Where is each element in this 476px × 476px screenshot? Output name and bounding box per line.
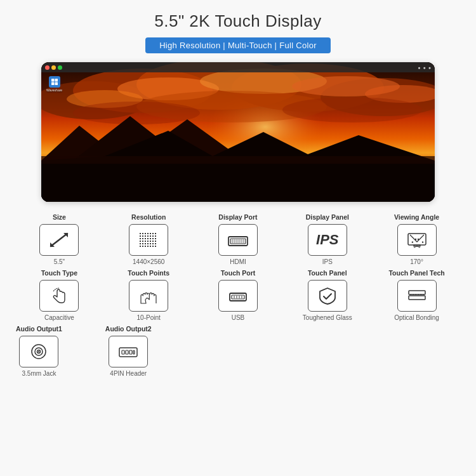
svg-rect-40: [147, 235, 149, 237]
svg-rect-65: [140, 246, 141, 247]
svg-rect-41: [150, 235, 151, 237]
spec-resolution-label: Resolution: [131, 213, 166, 221]
svg-rect-57: [155, 241, 156, 242]
spec-touch-points: Touch Points 10-Point: [105, 269, 192, 321]
spec-viewing-angle-value: 170°: [410, 258, 423, 265]
svg-rect-105: [129, 350, 132, 354]
svg-rect-43: [155, 235, 156, 237]
spec-touch-panel: Touch Panel Toughened Glass: [284, 269, 371, 321]
svg-rect-69: [150, 246, 151, 247]
icon-label: Waveshare: [46, 88, 62, 92]
svg-rect-82: [414, 245, 420, 246]
spec-resolution: Resolution: [105, 213, 192, 265]
spec-touch-port-icon-box: [218, 280, 258, 312]
spec-display-port-icon-box: [218, 224, 258, 256]
svg-rect-24: [55, 79, 58, 82]
svg-rect-38: [142, 235, 143, 237]
spec-audio-out2: Audio Output2 4PIN Header: [105, 325, 152, 377]
svg-rect-26: [55, 83, 58, 86]
svg-text:►: ►: [421, 240, 425, 244]
svg-rect-56: [152, 241, 154, 242]
svg-rect-46: [145, 238, 146, 239]
svg-rect-67: [145, 246, 146, 247]
svg-rect-68: [147, 246, 149, 247]
feature-badge: High Resolution | Multi-Touch | Full Col…: [145, 37, 331, 53]
specs-row-1: Size 5.5" Resolution: [16, 213, 460, 265]
svg-rect-61: [147, 243, 149, 244]
spec-audio-out1-icon-box: [19, 336, 58, 367]
svg-rect-90: [232, 295, 244, 299]
spec-touch-type-value: Capacitive: [44, 314, 74, 321]
spec-display-panel-icon-box: IPS: [308, 224, 347, 256]
spec-touch-type-label: Touch Type: [41, 269, 77, 277]
svg-rect-32: [145, 233, 146, 234]
svg-rect-52: [142, 241, 143, 242]
spec-audio-out2-icon-box: [109, 336, 148, 367]
svg-rect-44: [140, 238, 141, 239]
svg-text:◄: ◄: [411, 240, 414, 244]
spec-touch-panel-tech-value: Optical Bonding: [394, 314, 439, 321]
spec-display-panel: Display Panel IPS IPS: [284, 213, 371, 265]
svg-point-101: [38, 351, 39, 352]
specs-row-3: Audio Output1 3.5mm Jack Audio Output2: [16, 325, 460, 377]
spec-audio-out2-label: Audio Output2: [105, 325, 152, 333]
svg-rect-103: [122, 350, 124, 354]
svg-rect-36: [155, 233, 156, 234]
svg-rect-53: [145, 241, 146, 242]
display-image: ●●● Waveshare: [41, 62, 435, 202]
svg-rect-51: [140, 241, 141, 242]
svg-rect-66: [142, 246, 143, 247]
spec-touch-port: Touch Port USB: [195, 269, 282, 321]
svg-rect-50: [155, 238, 156, 239]
mac-minimize-dot: [51, 65, 56, 70]
svg-rect-35: [152, 233, 154, 234]
svg-rect-62: [150, 243, 151, 244]
svg-rect-96: [409, 296, 425, 300]
spec-touch-panel-value: Toughened Glass: [303, 314, 352, 321]
svg-rect-89: [230, 293, 246, 301]
svg-point-13: [73, 102, 200, 124]
spec-touch-panel-tech: Touch Panel Tech Optical Bonding: [373, 269, 460, 321]
spec-audio-out1-label: Audio Output1: [16, 325, 62, 333]
spec-resolution-value: 1440×2560: [133, 258, 164, 265]
svg-rect-58: [140, 243, 141, 244]
svg-rect-23: [51, 79, 55, 82]
spec-size-label: Size: [53, 213, 66, 221]
svg-rect-64: [155, 243, 156, 244]
svg-rect-37: [140, 235, 141, 237]
mac-fullscreen-dot: [58, 65, 62, 70]
svg-rect-42: [152, 235, 154, 237]
svg-rect-106: [133, 350, 135, 354]
spec-display-panel-label: Display Panel: [306, 213, 349, 221]
svg-rect-60: [145, 243, 146, 244]
svg-rect-71: [155, 246, 156, 247]
mac-titlebar: ●●●: [41, 62, 435, 72]
svg-rect-95: [409, 291, 425, 294]
spec-display-port-label: Display Port: [218, 213, 257, 221]
svg-rect-39: [145, 235, 146, 237]
svg-rect-54: [147, 241, 149, 242]
spec-display-port-value: HDMI: [230, 258, 246, 265]
svg-point-86: [417, 239, 418, 240]
spec-touch-type-icon-box: [39, 280, 79, 312]
spec-touch-points-label: Touch Points: [128, 269, 169, 277]
spec-touch-port-label: Touch Port: [221, 269, 256, 277]
spec-touch-points-value: 10-Point: [137, 314, 161, 321]
svg-point-14: [282, 97, 422, 122]
page-title: 5.5" 2K Touch Display: [154, 11, 322, 31]
svg-rect-47: [147, 238, 149, 239]
svg-line-27: [51, 234, 67, 246]
svg-point-85: [414, 239, 416, 240]
svg-rect-48: [150, 238, 151, 239]
svg-rect-70: [152, 246, 154, 247]
spec-size-value: 5.5": [54, 258, 65, 265]
spec-touch-panel-label: Touch Panel: [308, 269, 347, 277]
svg-rect-33: [147, 233, 149, 234]
svg-rect-22: [41, 156, 435, 164]
spec-viewing-angle-icon-box: ◄ ►: [397, 224, 437, 256]
svg-rect-25: [51, 83, 55, 86]
spec-display-port: Display Port HDMI: [195, 213, 282, 265]
spec-size-icon-box: [39, 224, 79, 256]
spec-touch-points-icon-box: [129, 280, 168, 312]
svg-rect-30: [140, 233, 141, 234]
